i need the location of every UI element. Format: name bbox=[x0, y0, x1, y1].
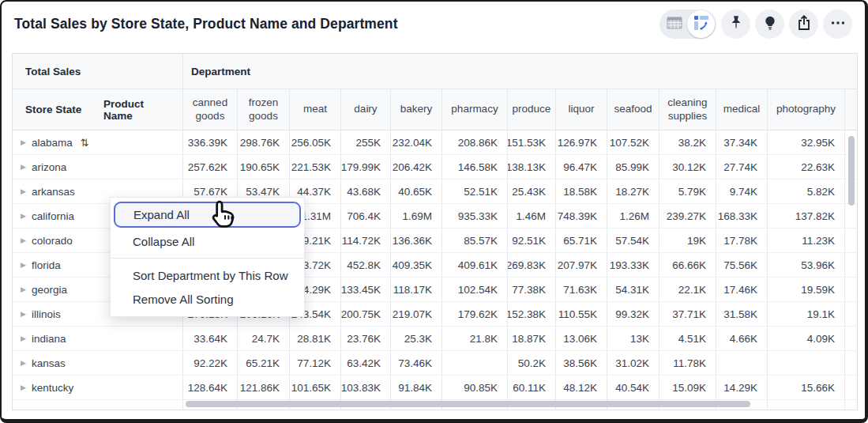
value-cell[interactable]: 232.04K bbox=[391, 130, 442, 154]
value-cell[interactable]: 1.69M bbox=[391, 204, 442, 228]
expand-triangle-icon[interactable]: ▶ bbox=[21, 360, 26, 367]
value-cell[interactable]: 65.21K bbox=[238, 351, 290, 375]
state-label[interactable]: illinois bbox=[32, 308, 61, 320]
state-label[interactable]: georgia bbox=[32, 284, 67, 296]
value-cell[interactable]: 151.53K bbox=[508, 130, 556, 154]
vertical-scrollbar[interactable] bbox=[848, 136, 855, 206]
value-cell[interactable]: 54.31K bbox=[607, 278, 659, 301]
value-cell[interactable]: 11.23K bbox=[768, 228, 845, 252]
state-label[interactable]: florida bbox=[32, 259, 61, 271]
value-cell[interactable]: 11.78K bbox=[659, 351, 716, 375]
value-cell[interactable]: 66.66K bbox=[659, 253, 716, 277]
value-cell[interactable]: 48.12K bbox=[556, 376, 607, 399]
value-cell[interactable]: 121.86K bbox=[238, 376, 290, 399]
export-button[interactable] bbox=[789, 9, 818, 39]
state-label[interactable]: california bbox=[32, 210, 74, 222]
state-label[interactable]: kansas bbox=[32, 357, 66, 369]
value-cell[interactable]: 4.66K bbox=[716, 327, 768, 350]
menu-item-collapse-all[interactable]: Collapse All bbox=[111, 229, 304, 253]
value-cell[interactable]: 200.75K bbox=[341, 302, 391, 326]
row-header-cell[interactable]: ▶kentucky bbox=[13, 376, 183, 399]
value-cell[interactable]: 5.82K bbox=[768, 179, 845, 203]
expand-triangle-icon[interactable]: ▶ bbox=[21, 164, 26, 171]
expand-triangle-icon[interactable]: ▶ bbox=[21, 384, 26, 391]
value-cell[interactable]: 30.12K bbox=[659, 155, 716, 179]
value-cell[interactable]: 71.63K bbox=[556, 278, 607, 301]
value-cell[interactable]: 452.8K bbox=[341, 253, 391, 277]
value-cell[interactable]: 118.17K bbox=[391, 278, 442, 301]
column-header-dairy[interactable]: dairy bbox=[341, 89, 391, 130]
value-cell[interactable]: 208.86K bbox=[442, 130, 508, 154]
value-cell[interactable]: 219.07K bbox=[391, 302, 442, 326]
row-header-cell[interactable]: ▶kansas bbox=[13, 351, 183, 375]
insights-button[interactable] bbox=[755, 9, 784, 39]
value-cell[interactable]: 38.2K bbox=[659, 130, 716, 154]
value-cell[interactable]: 17.78K bbox=[716, 228, 768, 252]
value-cell[interactable]: 92.51K bbox=[508, 228, 556, 252]
expand-triangle-icon[interactable]: ▶ bbox=[21, 262, 26, 269]
state-label[interactable]: alabama bbox=[32, 137, 73, 149]
row-header-cell[interactable] bbox=[13, 400, 183, 410]
value-cell[interactable]: 43.68K bbox=[341, 179, 391, 203]
menu-item-sort-department-by-this-row[interactable]: Sort Department by This Row bbox=[111, 263, 304, 287]
value-cell[interactable]: 25.43K bbox=[508, 179, 556, 203]
value-cell[interactable]: 126.97K bbox=[556, 130, 607, 154]
value-cell[interactable]: 179.62K bbox=[442, 302, 508, 326]
value-cell[interactable]: 138.13K bbox=[508, 155, 556, 179]
column-header-pharmacy[interactable]: pharmacy bbox=[442, 89, 508, 130]
value-cell[interactable] bbox=[768, 400, 845, 410]
value-cell[interactable]: 85.99K bbox=[607, 155, 659, 179]
value-cell[interactable]: 28.81K bbox=[290, 327, 341, 350]
value-cell[interactable]: 256.05K bbox=[290, 130, 341, 154]
value-cell[interactable]: 38.56K bbox=[556, 351, 607, 375]
column-header-cleaning-supplies[interactable]: cleaning supplies bbox=[659, 89, 716, 130]
value-cell[interactable]: 19K bbox=[659, 228, 716, 252]
value-cell[interactable]: 152.38K bbox=[508, 302, 556, 326]
value-cell[interactable]: 110.55K bbox=[556, 302, 607, 326]
value-cell[interactable]: 31.02K bbox=[607, 351, 659, 375]
value-cell[interactable]: 146.58K bbox=[442, 155, 508, 179]
value-cell[interactable]: 409.35K bbox=[391, 253, 442, 277]
value-cell[interactable]: 101.65K bbox=[290, 376, 341, 399]
pivot-drill-view-button[interactable] bbox=[687, 10, 715, 38]
value-cell[interactable]: 40.65K bbox=[391, 179, 442, 203]
state-label[interactable]: indiana bbox=[32, 333, 66, 345]
state-label[interactable]: arizona bbox=[32, 161, 66, 173]
column-header-photography[interactable]: photography bbox=[768, 89, 845, 130]
menu-item-remove-all-sorting[interactable]: Remove All Sorting bbox=[111, 287, 304, 311]
column-header-meat[interactable]: meat bbox=[290, 89, 341, 130]
column-header-liquor[interactable]: liquor bbox=[556, 89, 607, 130]
value-cell[interactable]: 22.63K bbox=[768, 155, 845, 179]
column-header-frozen-goods[interactable]: frozen goods bbox=[238, 89, 290, 130]
value-cell[interactable]: 9.74K bbox=[716, 179, 768, 203]
value-cell[interactable]: 102.54K bbox=[442, 278, 508, 301]
value-cell[interactable] bbox=[442, 351, 508, 375]
value-cell[interactable]: 257.62K bbox=[183, 155, 238, 179]
value-cell[interactable]: 4.51K bbox=[659, 327, 716, 350]
value-cell[interactable]: 221.53K bbox=[290, 155, 341, 179]
value-cell[interactable]: 18.87K bbox=[508, 327, 556, 350]
value-cell[interactable]: 133.45K bbox=[341, 278, 391, 301]
expand-triangle-icon[interactable]: ▶ bbox=[21, 237, 26, 244]
value-cell[interactable]: 27.74K bbox=[716, 155, 768, 179]
value-cell[interactable] bbox=[768, 351, 845, 375]
state-label[interactable]: arkansas bbox=[32, 186, 75, 198]
value-cell[interactable]: 22.1K bbox=[659, 278, 716, 301]
value-cell[interactable]: 24.7K bbox=[238, 327, 290, 350]
column-header-medical[interactable]: medical bbox=[716, 89, 768, 130]
row-header-cell[interactable]: ▶alabama⇅ bbox=[13, 130, 183, 154]
value-cell[interactable]: 75.56K bbox=[716, 253, 768, 277]
value-cell[interactable]: 99.32K bbox=[607, 302, 659, 326]
value-cell[interactable]: 179.99K bbox=[341, 155, 391, 179]
value-cell[interactable]: 31.58K bbox=[716, 302, 768, 326]
value-cell[interactable]: 114.72K bbox=[341, 228, 391, 252]
value-cell[interactable]: 37.71K bbox=[659, 302, 716, 326]
table-view-button[interactable] bbox=[661, 11, 687, 37]
value-cell[interactable]: 107.52K bbox=[607, 130, 659, 154]
value-cell[interactable]: 37.34K bbox=[716, 130, 768, 154]
value-cell[interactable]: 25.3K bbox=[391, 327, 442, 350]
value-cell[interactable]: 19.59K bbox=[768, 278, 845, 301]
value-cell[interactable]: 57.54K bbox=[607, 228, 659, 252]
value-cell[interactable]: 40.54K bbox=[607, 376, 659, 399]
value-cell[interactable]: 52.51K bbox=[442, 179, 508, 203]
